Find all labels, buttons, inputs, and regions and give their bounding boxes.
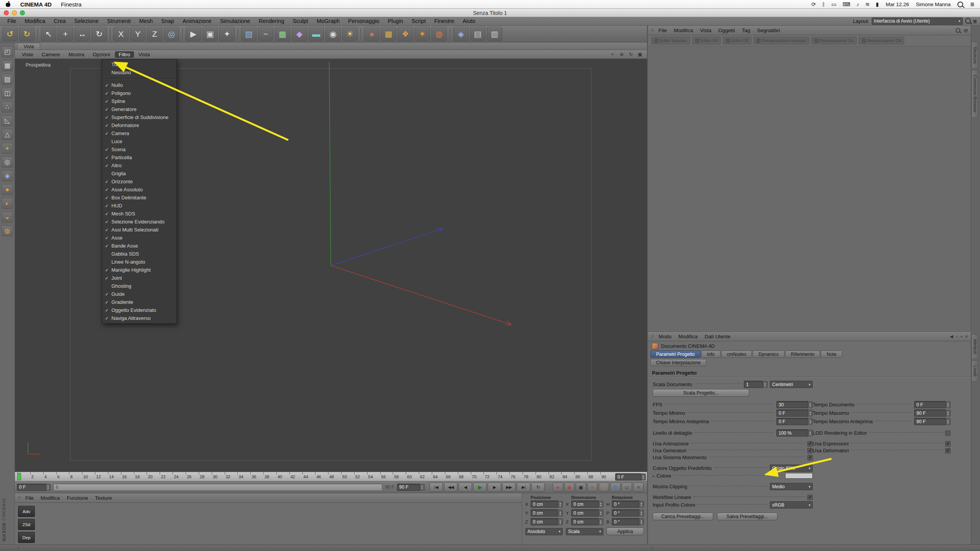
redo-icon[interactable]: ↻ bbox=[19, 27, 34, 41]
app-menu-item[interactable]: Script bbox=[407, 18, 430, 24]
light-icon[interactable]: ☀ bbox=[342, 27, 358, 41]
simulation-icon[interactable]: ● bbox=[2, 184, 13, 195]
record-keyframe-icon[interactable]: ● bbox=[553, 483, 563, 492]
stepper-icon[interactable] bbox=[639, 500, 644, 508]
stepper-icon[interactable] bbox=[808, 401, 812, 408]
filter-menu-item[interactable]: ✓ Spline bbox=[102, 97, 176, 105]
keyframe-selection-icon[interactable]: ▣ bbox=[576, 483, 586, 492]
lock-icon[interactable]: ▪ bbox=[961, 334, 962, 339]
menubar-clock[interactable]: Mar 12.26 bbox=[886, 2, 909, 7]
document-scale-unit-dropdown[interactable]: Centimetri bbox=[770, 381, 813, 388]
bluetooth-icon[interactable]: ᛒ bbox=[822, 1, 825, 7]
current-frame-field[interactable]: 0 F bbox=[615, 473, 646, 481]
filter-menu-item[interactable]: ✓ Nessuno bbox=[102, 68, 176, 77]
material-thumbnail[interactable]: Dep bbox=[18, 532, 35, 543]
record-scale-icon[interactable]: ▢ bbox=[599, 483, 609, 492]
stepper-icon[interactable] bbox=[558, 509, 562, 517]
object-manager-menu-item[interactable]: Vista bbox=[696, 28, 715, 33]
workplane-icon[interactable]: ▤ bbox=[470, 27, 485, 41]
material-thumbnail[interactable]: Adv bbox=[18, 506, 35, 517]
object-manager-menu-item[interactable]: Segnalibri bbox=[753, 28, 783, 33]
panel-handle-icon[interactable]: ⠿ bbox=[651, 28, 653, 33]
lock-y-axis-icon[interactable]: Y bbox=[130, 27, 145, 41]
position-field[interactable]: 0 cm bbox=[531, 500, 563, 508]
render-picture-viewer-icon[interactable]: ▣ bbox=[203, 27, 218, 41]
stepper-icon[interactable] bbox=[639, 509, 644, 517]
filter-menu-item[interactable]: ✓ Selezione Evidenziando bbox=[102, 218, 176, 226]
macos-menu-item[interactable]: Finestra bbox=[61, 1, 82, 8]
filter-menu-item[interactable]: ✓ HUD bbox=[102, 202, 176, 210]
filter-menu-item[interactable]: ✓ Nullo bbox=[102, 81, 176, 89]
go-to-end-button[interactable]: ▶| bbox=[517, 483, 530, 492]
om-filter-button[interactable]: Editor Off bbox=[723, 37, 751, 44]
coords-scale-dropdown[interactable]: Scala bbox=[566, 528, 603, 535]
attribute-tab[interactable]: Dynamics bbox=[753, 350, 784, 358]
snap-toggle-icon[interactable]: ◈ bbox=[2, 170, 13, 181]
filter-menu-item[interactable]: ✓ Maniglie Highlight bbox=[102, 266, 176, 274]
move-icon[interactable]: + bbox=[58, 27, 73, 41]
load-preset-button[interactable]: Carica Presettaggi... bbox=[653, 513, 713, 520]
filter-menu-item[interactable]: ✓ Ghosting bbox=[102, 282, 176, 290]
use-generators-checkbox[interactable] bbox=[807, 448, 813, 453]
record-parameter-icon[interactable]: ◇ bbox=[622, 483, 632, 492]
cloner-icon[interactable]: ❖ bbox=[398, 27, 413, 41]
position-field[interactable]: 0 cm bbox=[531, 509, 563, 517]
filter-menu-item[interactable]: ✓ Superficie di Suddivisione bbox=[102, 113, 176, 121]
edges-mode-icon[interactable]: ◺ bbox=[2, 115, 13, 126]
document-time-field[interactable]: 0 F bbox=[914, 401, 951, 408]
viewport-solo-icon[interactable]: ◎ bbox=[2, 156, 13, 168]
viewport-menu-item[interactable]: Opzioni bbox=[89, 51, 114, 58]
emitter-icon[interactable]: ✶ bbox=[415, 27, 430, 41]
coords-mode-dropdown[interactable]: Assoluto bbox=[525, 528, 563, 535]
object-manager-menu-item[interactable]: Oggetti bbox=[715, 28, 738, 33]
volume-icon[interactable]: ♪ bbox=[856, 1, 859, 7]
rotation-field[interactable]: 0 ° bbox=[612, 518, 644, 525]
filter-menu-item[interactable]: ✓ Scena bbox=[102, 145, 176, 153]
camera-label[interactable]: Prospettiva bbox=[26, 62, 51, 68]
polygons-mode-icon[interactable]: △ bbox=[2, 129, 13, 140]
object-manager-list[interactable] bbox=[648, 46, 971, 332]
size-field[interactable]: 0 cm bbox=[571, 509, 603, 517]
display-icon[interactable]: ▭ bbox=[831, 1, 836, 7]
play-button[interactable]: ▶ bbox=[473, 483, 487, 492]
timeline-ruler[interactable]: 0246810121416182022242628303234363840424… bbox=[15, 472, 647, 481]
search-icon[interactable] bbox=[956, 28, 960, 33]
stepper-icon[interactable] bbox=[558, 518, 562, 525]
app-menu-item[interactable]: Crea bbox=[49, 18, 70, 24]
stepper-icon[interactable] bbox=[946, 418, 950, 425]
viewport-toggle-icon[interactable]: ▣ bbox=[636, 51, 644, 58]
om-filter-button[interactable]: Renderizzatore Off bbox=[859, 37, 904, 44]
attribute-manager-menu-item[interactable]: Modifica bbox=[675, 334, 701, 339]
preview-min-time-field[interactable]: 0 F bbox=[776, 418, 813, 425]
material-menu-item[interactable]: File bbox=[22, 495, 37, 501]
app-menu-item[interactable]: Plugin bbox=[384, 18, 407, 24]
spotlight-search-icon[interactable] bbox=[957, 2, 963, 7]
viewport-menu-item[interactable]: Mostra bbox=[65, 51, 88, 58]
lock-x-axis-icon[interactable]: X bbox=[113, 27, 129, 41]
stepper-icon[interactable] bbox=[639, 518, 644, 525]
project-scale-button[interactable]: Scala Progetto... bbox=[653, 389, 749, 397]
default-object-color-dropdown[interactable]: Grigio 80% bbox=[770, 465, 813, 472]
spline-pen-icon[interactable]: ~ bbox=[258, 27, 273, 41]
snap-settings-icon[interactable]: ◈ bbox=[453, 27, 469, 41]
viewport-rotate-icon[interactable]: ↻ bbox=[627, 51, 635, 58]
filter-menu-item[interactable]: ✓ Griglia bbox=[102, 170, 176, 178]
stepper-icon[interactable] bbox=[420, 484, 424, 491]
frame-field[interactable]: 0 F bbox=[17, 484, 51, 491]
level-of-detail-field[interactable]: 100 % bbox=[776, 429, 813, 437]
lod-rendering-checkbox[interactable] bbox=[945, 430, 951, 436]
filter-menu-item[interactable]: ✓ Altro bbox=[102, 161, 176, 170]
battery-icon[interactable]: ▮ bbox=[876, 1, 879, 7]
viewport-canvas[interactable]: Prospettiva ✓ Tutti ✓ Nessuno ✓ bbox=[15, 59, 647, 472]
viewport-menu-item[interactable]: Viste bbox=[18, 51, 37, 58]
size-field[interactable]: 0 cm bbox=[571, 518, 603, 525]
render-view-icon[interactable]: ▶ bbox=[186, 27, 201, 41]
document-scale-field[interactable]: 1 bbox=[744, 381, 768, 388]
use-deformers-checkbox[interactable] bbox=[945, 448, 951, 453]
enable-axis-icon[interactable]: + bbox=[2, 143, 13, 154]
save-preset-button[interactable]: Salva Presettaggi... bbox=[717, 513, 777, 520]
stepper-icon[interactable] bbox=[763, 381, 767, 388]
app-menu-item[interactable]: MoGraph bbox=[312, 18, 344, 24]
filter-menu-item[interactable]: ✓ Luce bbox=[102, 137, 176, 145]
layout-selector[interactable]: Interfaccia di Avvio (Utente) bbox=[872, 18, 963, 25]
